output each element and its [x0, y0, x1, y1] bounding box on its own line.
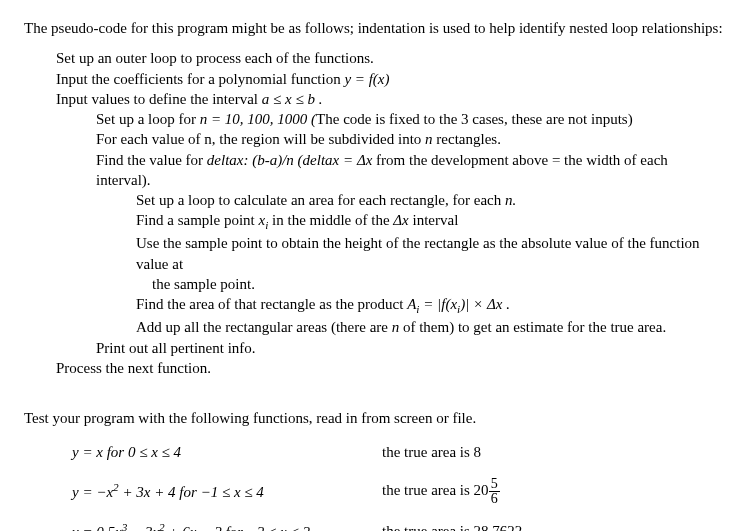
- pseudo-line-5: For each value of n, the region will be …: [96, 129, 723, 149]
- equation: y = 0.5x3 − 3x2 + 6x − 2 for −2 ≤ x ≤ 2: [72, 520, 382, 531]
- pseudo-line-8: Find a sample point xi in the middle of …: [136, 210, 723, 233]
- pseudo-line-3: Input values to define the interval a ≤ …: [56, 89, 723, 109]
- text: interval: [409, 212, 459, 228]
- text: Input values to define the interval: [56, 91, 262, 107]
- pseudo-line-11: Add up all the rectangular areas (there …: [136, 317, 723, 337]
- text: Find a sample point: [136, 212, 259, 228]
- math: Δx: [393, 212, 408, 228]
- math: Δx: [357, 152, 372, 168]
- true-area: the true area is 8: [382, 442, 481, 462]
- test-function-2: y = −x2 + 3x + 4 for −1 ≤ x ≤ 4 the true…: [72, 477, 723, 506]
- pseudo-line-13: Process the next function.: [56, 358, 723, 378]
- math: a ≤ x ≤ b .: [262, 91, 323, 107]
- math: n = 10, 100, 1000 (: [200, 111, 316, 127]
- pseudo-line-9: Use the sample point to obtain the heigh…: [136, 233, 723, 274]
- pseudo-line-9b: the sample point.: [152, 274, 723, 294]
- pseudo-line-6: Find the value for deltax: (b-a)/n (delt…: [96, 150, 723, 191]
- math: xi: [259, 212, 269, 228]
- equation: y = −x2 + 3x + 4 for −1 ≤ x ≤ 4: [72, 480, 382, 502]
- text: Input the coefficients for a polynomial …: [56, 71, 344, 87]
- true-area: the true area is 28.7622: [382, 521, 522, 531]
- test-function-3: y = 0.5x3 − 3x2 + 6x − 2 for −2 ≤ x ≤ 2 …: [72, 520, 723, 531]
- math: n.: [505, 192, 516, 208]
- true-area: the true area is 2056: [382, 477, 500, 506]
- text: rectangles.: [433, 131, 501, 147]
- text: Find the area of that rectangle as the p…: [136, 296, 407, 312]
- intro-text: The pseudo-code for this program might b…: [24, 18, 723, 38]
- test-function-1: y = x for 0 ≤ x ≤ 4 the true area is 8: [72, 442, 723, 462]
- text: in the middle of the: [268, 212, 393, 228]
- text: For each value of n, the region will be …: [96, 131, 425, 147]
- math: Ai = |f(xi)| × Δx .: [407, 296, 510, 312]
- text: The code is fixed to the 3 cases, these …: [316, 111, 633, 127]
- text: the sample point.: [152, 276, 255, 292]
- math: deltax: (b-a)/n (deltax =: [207, 152, 357, 168]
- pseudo-line-10: Find the area of that rectangle as the p…: [136, 294, 723, 317]
- text: Set up a loop for: [96, 111, 200, 127]
- pseudo-line-2: Input the coefficients for a polynomial …: [56, 69, 723, 89]
- test-intro: Test your program with the following fun…: [24, 408, 723, 428]
- text: Add up all the rectangular areas (there …: [136, 319, 392, 335]
- text: of them) to get an estimate for the true…: [399, 319, 666, 335]
- text: Set up a loop to calculate an area for e…: [136, 192, 505, 208]
- math: n: [425, 131, 433, 147]
- pseudo-line-12: Print out all pertinent info.: [96, 338, 723, 358]
- pseudo-line-7: Set up a loop to calculate an area for e…: [136, 190, 723, 210]
- text: Use the sample point to obtain the heigh…: [136, 235, 700, 271]
- pseudo-line-1: Set up an outer loop to process each of …: [56, 48, 723, 68]
- math: y = f(x): [344, 71, 389, 87]
- text: Find the value for: [96, 152, 207, 168]
- equation: y = x for 0 ≤ x ≤ 4: [72, 442, 382, 462]
- pseudo-line-4: Set up a loop for n = 10, 100, 1000 (The…: [96, 109, 723, 129]
